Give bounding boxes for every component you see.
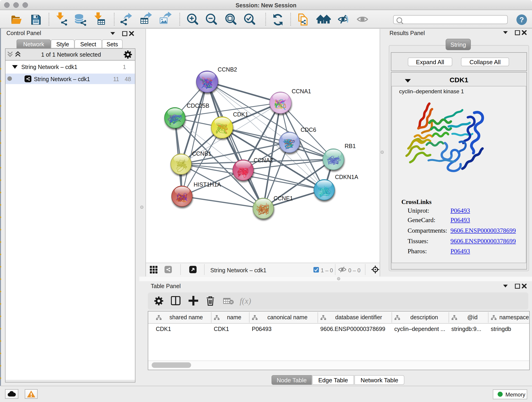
svg-text:CDK1: CDK1 <box>233 111 248 118</box>
svg-text:CCNA1: CCNA1 <box>292 88 311 95</box>
svg-text:CCNB1: CCNB1 <box>192 150 211 157</box>
svg-text:HIST1H1A: HIST1H1A <box>194 181 221 188</box>
svg-text:RB1: RB1 <box>345 143 356 149</box>
svg-text:CCNA2: CCNA2 <box>254 157 273 163</box>
svg-text:CDC25B: CDC25B <box>187 102 209 109</box>
svg-text:CDKN1A: CDKN1A <box>335 174 358 180</box>
svg-text:CCNE1: CCNE1 <box>273 195 293 201</box>
svg-text:CCNB2: CCNB2 <box>218 66 237 73</box>
svg-text:CDC6: CDC6 <box>301 127 316 133</box>
